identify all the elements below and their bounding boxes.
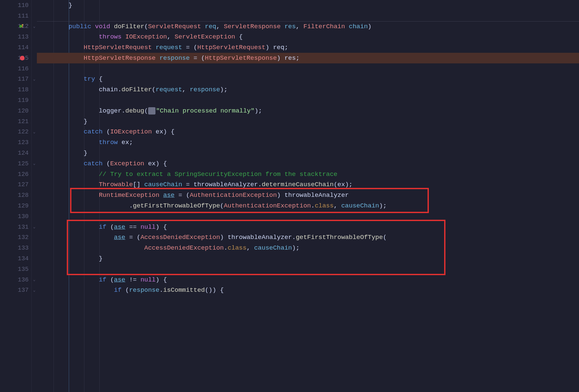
gutter-row[interactable]: 132: [0, 232, 31, 243]
code-line[interactable]: public void doFilter(ServletRequest req,…: [37, 21, 579, 32]
gutter-row[interactable]: 127: [0, 180, 31, 190]
gutter-row[interactable]: 116: [0, 63, 31, 74]
fold-row[interactable]: [32, 264, 37, 274]
gutter-row[interactable]: 122: [0, 127, 31, 137]
fold-row[interactable]: [32, 63, 37, 74]
code-line[interactable]: .getFirstThrowableOfType(AuthenticationE…: [37, 200, 579, 211]
fold-row[interactable]: ⌄: [32, 158, 37, 169]
fold-icon[interactable]: ⌄: [33, 129, 35, 134]
fold-row[interactable]: [32, 0, 37, 11]
fold-row[interactable]: [32, 232, 37, 243]
gutter-row[interactable]: 117: [0, 74, 31, 85]
code-line[interactable]: logger.debug("Chain processed normally")…: [37, 106, 579, 116]
code-line[interactable]: [37, 11, 579, 21]
code-line[interactable]: Throwable[] causeChain = throwableAnalyz…: [37, 180, 579, 190]
gutter-row[interactable]: 114: [0, 42, 31, 53]
fold-icon[interactable]: ⌄: [33, 77, 35, 82]
code-area[interactable]: } public void doFilter(ServletRequest re…: [37, 0, 579, 392]
code-line[interactable]: if (ase != null) {: [37, 274, 579, 285]
code-line[interactable]: catch (Exception ex) {: [37, 158, 579, 169]
fold-row[interactable]: [32, 95, 37, 106]
gutter-row[interactable]: 135: [0, 264, 31, 274]
gutter-row[interactable]: 133: [0, 243, 31, 253]
gutter-row[interactable]: 123: [0, 137, 31, 148]
gutter-row[interactable]: 134: [0, 253, 31, 264]
gutter-row[interactable]: 128: [0, 190, 31, 200]
code-line[interactable]: [37, 63, 579, 74]
code-line[interactable]: HttpServletRequest request = (HttpServle…: [37, 42, 579, 53]
gutter-row[interactable]: 120: [0, 106, 31, 116]
line-number: 136: [18, 276, 29, 283]
gutter-row[interactable]: 130: [0, 211, 31, 222]
fold-row[interactable]: [32, 11, 37, 21]
fold-row[interactable]: [32, 42, 37, 53]
fold-row[interactable]: [32, 243, 37, 253]
gutter-row[interactable]: 124: [0, 148, 31, 158]
token-punct: (: [106, 128, 110, 135]
code-line[interactable]: }: [37, 0, 579, 11]
code-line[interactable]: catch (IOException ex) {: [37, 127, 579, 137]
code-line[interactable]: AccessDeniedException.class, causeChain)…: [37, 243, 579, 253]
fold-icon[interactable]: ⌄: [33, 161, 35, 166]
gutter-row[interactable]: 137: [0, 285, 31, 296]
code-line[interactable]: ase = (AccessDeniedException) throwableA…: [37, 232, 579, 243]
fold-row[interactable]: [32, 32, 37, 42]
fold-row[interactable]: [32, 116, 37, 127]
gutter-row[interactable]: 110: [0, 0, 31, 11]
gutter-row[interactable]: 113: [0, 32, 31, 42]
code-line[interactable]: [37, 211, 579, 222]
fold-row[interactable]: ⌄: [32, 74, 37, 85]
fold-icon[interactable]: ⌄: [33, 224, 35, 229]
code-line[interactable]: // Try to extract a SpringSecurityExcept…: [37, 169, 579, 180]
breakpoint-icon[interactable]: [20, 56, 25, 60]
gutter-row[interactable]: 115: [0, 53, 31, 63]
gutter-row[interactable]: 112: [0, 21, 31, 32]
fold-row[interactable]: [32, 84, 37, 95]
fold-row[interactable]: [32, 137, 37, 148]
fold-row[interactable]: ⌄: [32, 127, 37, 137]
fold-icon[interactable]: ⌄: [33, 24, 35, 29]
inlay-hint-icon[interactable]: [148, 107, 155, 115]
gutter-row[interactable]: 118: [0, 84, 31, 95]
code-line[interactable]: }: [37, 148, 579, 158]
code-line[interactable]: }: [37, 253, 579, 264]
gutter-row[interactable]: 131: [0, 222, 31, 232]
gutter-row[interactable]: 121: [0, 116, 31, 127]
code-line[interactable]: }: [37, 116, 579, 127]
code-line[interactable]: throws IOException, ServletException {: [37, 32, 579, 42]
fold-row[interactable]: [32, 200, 37, 211]
code-line[interactable]: RuntimeException ase = (AuthenticationEx…: [37, 190, 579, 200]
gutter-row[interactable]: 126: [0, 169, 31, 180]
fold-row[interactable]: ⌄: [32, 222, 37, 232]
fold-gutter[interactable]: ⌄⌄⌄⌄⌄⌄⌄: [32, 0, 37, 392]
gutter-row[interactable]: 125: [0, 158, 31, 169]
code-line[interactable]: if (response.isCommitted()) {: [37, 285, 579, 296]
fold-row[interactable]: [32, 169, 37, 180]
fold-row[interactable]: [32, 180, 37, 190]
fold-row[interactable]: [32, 106, 37, 116]
gutter[interactable]: 1101111121131141151161171181191201211221…: [0, 0, 32, 392]
code-line[interactable]: if (ase == null) {: [37, 222, 579, 232]
fold-row[interactable]: [32, 53, 37, 63]
gutter-row[interactable]: 129: [0, 200, 31, 211]
code-line[interactable]: [37, 264, 579, 274]
code-line[interactable]: HttpServletResponse response = (HttpServ…: [37, 53, 579, 63]
code-line[interactable]: try {: [37, 74, 579, 85]
fold-row[interactable]: [32, 211, 37, 222]
fold-row[interactable]: [32, 253, 37, 264]
gutter-row[interactable]: 136: [0, 274, 31, 285]
code-line[interactable]: chain.doFilter(request, response);: [37, 84, 579, 95]
fold-row[interactable]: ⌄: [32, 274, 37, 285]
override-method-icon[interactable]: [19, 23, 25, 29]
fold-row[interactable]: ⌄: [32, 285, 37, 296]
fold-row[interactable]: [32, 190, 37, 200]
code-line[interactable]: [37, 95, 579, 106]
code-line[interactable]: throw ex;: [37, 137, 579, 148]
gutter-row[interactable]: 111: [0, 11, 31, 21]
gutter-row[interactable]: 119: [0, 95, 31, 106]
fold-row[interactable]: [32, 148, 37, 158]
fold-row[interactable]: ⌄: [32, 21, 37, 32]
code-editor[interactable]: 1101111121131141151161171181191201211221…: [0, 0, 579, 392]
fold-icon[interactable]: ⌄: [33, 288, 35, 293]
fold-icon[interactable]: ⌄: [33, 277, 35, 282]
